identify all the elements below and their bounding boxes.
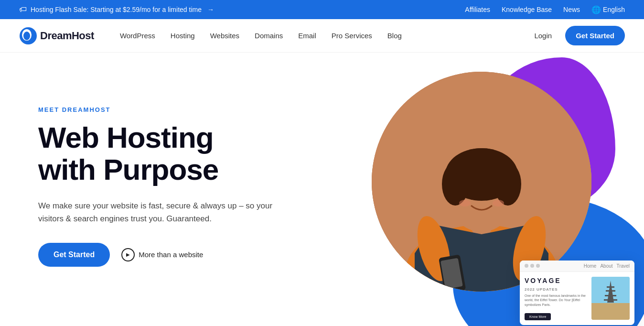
- card-dot-1: [525, 264, 528, 268]
- card-left: VOYAGE 2022 UPDATES One of the most famo…: [525, 277, 588, 320]
- flash-sale-arrow: →: [207, 6, 214, 13]
- hero-content: MEET DREAMHOST Web Hosting with Purpose …: [38, 97, 287, 266]
- card-read-more[interactable]: Know More: [525, 313, 551, 320]
- get-started-button-hero[interactable]: Get Started: [38, 243, 110, 267]
- nav-wordpress[interactable]: WordPress: [113, 28, 162, 43]
- language-selector[interactable]: 🌐 English: [591, 5, 625, 14]
- flash-sale-text: Hosting Flash Sale: Starting at $2.59/mo…: [31, 6, 202, 13]
- svg-rect-24: [605, 295, 616, 296]
- top-bar-right: Affiliates Knowledge Base News 🌐 English: [465, 5, 625, 14]
- more-label: More than a website: [139, 250, 203, 259]
- card-right: THE WORLD AROUN: [591, 277, 630, 320]
- nav-domains[interactable]: Domains: [248, 28, 290, 43]
- globe-icon: 🌐: [591, 5, 601, 14]
- nav-actions: Login Get Started: [526, 26, 625, 45]
- card-nav-btn-1: Home: [584, 263, 597, 269]
- eiffel-tower-svg: [591, 277, 630, 320]
- card-dots: [525, 264, 540, 268]
- dreamhost-logo-icon: [19, 27, 37, 45]
- language-label: English: [603, 6, 625, 13]
- card-nav-btn-3: Travel: [617, 263, 630, 269]
- news-link[interactable]: News: [563, 6, 580, 13]
- hero-title-line1: Web Hosting: [38, 121, 214, 154]
- svg-point-11: [468, 190, 476, 200]
- tag-icon: 🏷: [19, 5, 27, 14]
- person-illustration: [372, 72, 591, 292]
- card-dot-2: [530, 264, 534, 268]
- svg-point-14: [493, 200, 504, 206]
- nav-email[interactable]: Email: [291, 28, 323, 43]
- hero-circle-bg: [372, 72, 591, 292]
- navbar: DreamHost WordPress Hosting Websites Dom…: [0, 19, 644, 53]
- card-voyage-title: VOYAGE: [525, 277, 588, 284]
- hero-subtitle: We make sure your website is fast, secur…: [38, 199, 287, 225]
- svg-point-13: [459, 200, 471, 206]
- hero-title-line2: with Purpose: [38, 153, 218, 186]
- flash-sale-banner[interactable]: 🏷 Hosting Flash Sale: Starting at $2.59/…: [19, 5, 214, 14]
- login-button[interactable]: Login: [526, 28, 559, 43]
- hero-visual: Home About Travel VOYAGE 2022 UPDATES On…: [333, 53, 644, 326]
- hero-actions: Get Started ▶ More than a website: [38, 243, 287, 267]
- svg-rect-23: [607, 286, 614, 288]
- affiliates-link[interactable]: Affiliates: [465, 6, 490, 13]
- svg-point-2: [23, 32, 30, 40]
- card-description: One of the most famous landmarks in the …: [525, 293, 588, 307]
- svg-rect-22: [606, 290, 615, 292]
- top-bar: 🏷 Hosting Flash Sale: Starting at $2.59/…: [0, 0, 644, 19]
- nav-blog[interactable]: Blog: [381, 28, 408, 43]
- card-updates-label: 2022 UPDATES: [525, 287, 588, 292]
- card-content: VOYAGE 2022 UPDATES One of the most famo…: [520, 272, 634, 325]
- website-card: Home About Travel VOYAGE 2022 UPDATES On…: [520, 261, 634, 325]
- play-icon: ▶: [121, 248, 135, 261]
- card-dot-3: [536, 264, 540, 268]
- nav-pro-services[interactable]: Pro Services: [325, 28, 379, 43]
- svg-rect-20: [591, 303, 630, 320]
- card-header: Home About Travel: [520, 261, 634, 272]
- logo-text: DreamHost: [40, 30, 94, 42]
- nav-hosting[interactable]: Hosting: [164, 28, 202, 43]
- meet-label: MEET DREAMHOST: [38, 106, 287, 113]
- hero-title: Web Hosting with Purpose: [38, 122, 287, 186]
- card-nav-btn-2: About: [600, 263, 612, 269]
- hero-section: MEET DREAMHOST Web Hosting with Purpose …: [0, 53, 644, 326]
- card-image: THE WORLD AROUN: [591, 277, 630, 320]
- knowledge-base-link[interactable]: Knowledge Base: [502, 6, 552, 13]
- svg-point-12: [487, 190, 495, 200]
- more-than-website-link[interactable]: ▶ More than a website: [121, 248, 203, 261]
- svg-rect-25: [604, 299, 617, 301]
- nav-websites[interactable]: Websites: [204, 28, 246, 43]
- nav-links: WordPress Hosting Websites Domains Email…: [113, 28, 527, 43]
- get-started-button-nav[interactable]: Get Started: [565, 26, 625, 45]
- svg-point-10: [453, 148, 510, 182]
- logo[interactable]: DreamHost: [19, 27, 94, 45]
- card-nav-buttons: Home About Travel: [584, 263, 630, 269]
- hero-circle-photo: [372, 72, 591, 292]
